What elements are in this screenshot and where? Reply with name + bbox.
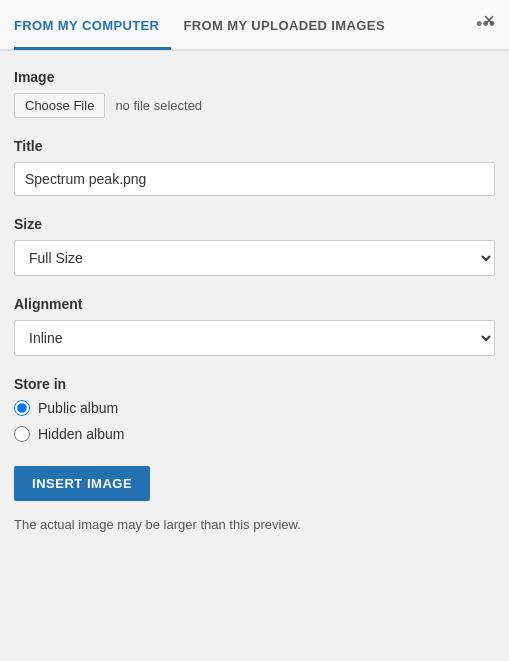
size-field-group: Size Full Size Large Medium Thumbnail [14, 216, 495, 276]
alignment-field-group: Alignment Inline Left Center Right [14, 296, 495, 356]
tab-from-uploaded[interactable]: FROM MY UPLOADED IMAGES [183, 2, 397, 50]
close-button[interactable]: × [483, 10, 495, 30]
file-input-row: Choose File no file selected [14, 93, 495, 118]
alignment-label: Alignment [14, 296, 495, 312]
image-field-group: Image Choose File no file selected [14, 69, 495, 118]
radio-hidden-label: Hidden album [38, 426, 124, 442]
radio-hidden-input[interactable] [14, 426, 30, 442]
footer-note: The actual image may be larger than this… [14, 517, 495, 532]
title-field-group: Title [14, 138, 495, 196]
title-input[interactable] [14, 162, 495, 196]
title-label: Title [14, 138, 495, 154]
alignment-select[interactable]: Inline Left Center Right [14, 320, 495, 356]
modal-content: Image Choose File no file selected Title… [0, 51, 509, 550]
insert-image-button[interactable]: INSERT IMAGE [14, 466, 150, 501]
tabs-bar: FROM MY COMPUTER FROM MY UPLOADED IMAGES… [0, 0, 509, 51]
image-label: Image [14, 69, 495, 85]
size-label: Size [14, 216, 495, 232]
store-in-radio-group: Public album Hidden album [14, 400, 495, 442]
tab-from-computer[interactable]: FROM MY COMPUTER [14, 2, 171, 50]
choose-file-button[interactable]: Choose File [14, 93, 105, 118]
modal-container: × FROM MY COMPUTER FROM MY UPLOADED IMAG… [0, 0, 509, 661]
store-in-label: Store in [14, 376, 495, 392]
radio-hidden-album[interactable]: Hidden album [14, 426, 495, 442]
size-select[interactable]: Full Size Large Medium Thumbnail [14, 240, 495, 276]
radio-public-label: Public album [38, 400, 118, 416]
radio-public-input[interactable] [14, 400, 30, 416]
store-in-field-group: Store in Public album Hidden album [14, 376, 495, 442]
no-file-text: no file selected [115, 98, 202, 113]
radio-public-album[interactable]: Public album [14, 400, 495, 416]
